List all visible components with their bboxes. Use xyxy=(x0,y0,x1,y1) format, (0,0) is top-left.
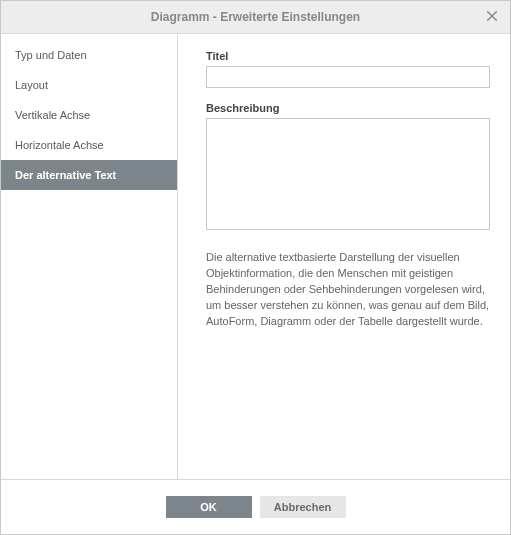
sidebar-item-label: Horizontale Achse xyxy=(15,139,104,151)
sidebar-item-label: Der alternative Text xyxy=(15,169,116,181)
description-label: Beschreibung xyxy=(206,102,492,114)
sidebar-item-type-data[interactable]: Typ und Daten xyxy=(1,40,177,70)
ok-button[interactable]: OK xyxy=(166,496,252,518)
dialog-body: Typ und Daten Layout Vertikale Achse Hor… xyxy=(1,34,510,479)
cancel-button[interactable]: Abbrechen xyxy=(260,496,346,518)
title-label: Titel xyxy=(206,50,492,62)
description-textarea[interactable] xyxy=(206,118,490,230)
sidebar-item-alternative-text[interactable]: Der alternative Text xyxy=(1,160,177,190)
field-description: Beschreibung xyxy=(206,102,492,232)
close-icon xyxy=(486,10,498,25)
sidebar-item-label: Typ und Daten xyxy=(15,49,87,61)
field-title: Titel xyxy=(206,50,492,88)
sidebar-item-horizontal-axis[interactable]: Horizontale Achse xyxy=(1,130,177,160)
titlebar: Diagramm - Erweiterte Einstellungen xyxy=(1,1,510,34)
sidebar-item-vertical-axis[interactable]: Vertikale Achse xyxy=(1,100,177,130)
content-pane: Titel Beschreibung Die alternative textb… xyxy=(178,34,510,479)
dialog-footer: OK Abbrechen xyxy=(1,479,510,534)
dialog-advanced-settings: Diagramm - Erweiterte Einstellungen Typ … xyxy=(0,0,511,535)
sidebar-item-label: Layout xyxy=(15,79,48,91)
dialog-title: Diagramm - Erweiterte Einstellungen xyxy=(151,10,360,24)
close-button[interactable] xyxy=(474,1,510,34)
sidebar-item-label: Vertikale Achse xyxy=(15,109,90,121)
sidebar-item-layout[interactable]: Layout xyxy=(1,70,177,100)
sidebar: Typ und Daten Layout Vertikale Achse Hor… xyxy=(1,34,178,479)
title-input[interactable] xyxy=(206,66,490,88)
help-text: Die alternative textbasierte Darstellung… xyxy=(206,246,490,330)
